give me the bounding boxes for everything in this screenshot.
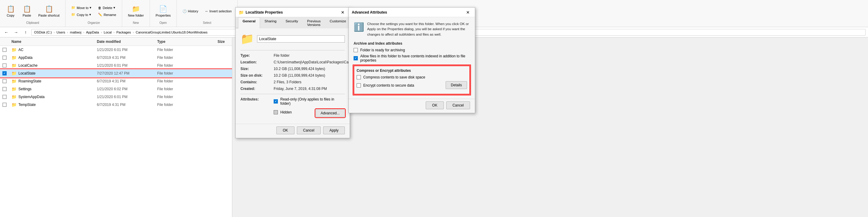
tab-general[interactable]: General bbox=[238, 17, 260, 28]
tab-previous-versions[interactable]: Previous Versions bbox=[303, 17, 325, 28]
ok-button[interactable]: OK bbox=[276, 126, 294, 134]
hidden-checkbox[interactable] bbox=[274, 110, 278, 114]
file-row-roamingstate[interactable]: 📁RoamingState6/7/2019 4:31 PMFile folder bbox=[0, 77, 232, 85]
invert-icon: ↔ bbox=[205, 9, 208, 13]
file-row-appdata[interactable]: 📁AppData6/7/2019 4:31 PMFile folder bbox=[0, 54, 232, 62]
path-segment-6[interactable]: CanonicalGroupLimited.Ubuntu18.04onWindo… bbox=[135, 30, 208, 35]
prop-sizeondisk-row: Size on disk: 10.2 GB (11,008,999,424 by… bbox=[241, 73, 345, 78]
index-checkbox[interactable]: ✓ bbox=[353, 56, 358, 60]
tab-sharing[interactable]: Sharing bbox=[260, 17, 281, 28]
history-button[interactable]: 🕐 History bbox=[180, 8, 201, 14]
archive-section-title: Archive and Index attributes bbox=[353, 41, 470, 45]
back-button[interactable]: ← bbox=[2, 28, 10, 36]
readonly-checkbox[interactable]: ✓ bbox=[274, 99, 278, 103]
row-checkbox-settings[interactable] bbox=[2, 87, 11, 91]
row-checkbox-systemappdata[interactable] bbox=[2, 95, 11, 99]
delete-icon: 🗑 bbox=[98, 6, 101, 10]
advanced-dialog: Advanced Attributes ✕ ℹ️ Choose the sett… bbox=[348, 7, 475, 113]
path-segment-4[interactable]: Local bbox=[103, 30, 112, 35]
row-type-systemappdata: File folder bbox=[157, 95, 199, 99]
properties-close-button[interactable]: ✕ bbox=[339, 8, 347, 16]
file-row-localcache[interactable]: 📁LocalCache1/21/2020 6:01 PMFile folder bbox=[0, 62, 232, 69]
details-button[interactable]: Details bbox=[445, 81, 467, 89]
header-date[interactable]: Date modified bbox=[97, 39, 157, 44]
prop-created-value: Friday, June 7, 2019, 4:31:08 PM bbox=[274, 87, 345, 91]
header-type[interactable]: Type bbox=[157, 39, 199, 44]
ribbon-section-clipboard: 📋 Copy 📋 Paste 📋 Paste shortcut Clipboar… bbox=[0, 0, 65, 27]
ribbon-section-organize: 📁 Move to ▾ 📁 Copy to ▾ 🗑 Delete ▾ ✏️ bbox=[65, 0, 122, 27]
rename-button[interactable]: ✏️ Rename bbox=[95, 11, 119, 18]
row-name-systemappdata: 📁SystemAppData bbox=[11, 94, 97, 99]
row-checkbox-roamingstate[interactable] bbox=[2, 79, 11, 83]
copy-button[interactable]: 📋 Copy bbox=[3, 2, 18, 20]
encrypt-checkbox[interactable] bbox=[356, 83, 361, 88]
tab-security[interactable]: Security bbox=[281, 17, 303, 28]
attributes-row: Attributes: ✓ Read-only (Only applies to… bbox=[241, 97, 345, 117]
row-checkbox-ac[interactable] bbox=[2, 48, 11, 52]
file-row-localstate[interactable]: ✓📁LocalState7/27/2020 12:47 PMFile folde… bbox=[0, 69, 232, 77]
path-segment-2[interactable]: mattwoj bbox=[69, 30, 82, 35]
attributes-label: Attributes: bbox=[241, 97, 274, 117]
row-checkbox-localstate[interactable]: ✓ bbox=[2, 71, 11, 75]
path-segment-0[interactable]: OSDisk (C:) bbox=[33, 30, 53, 35]
advanced-close-button[interactable]: ✕ bbox=[464, 8, 472, 16]
delete-button[interactable]: 🗑 Delete ▾ bbox=[95, 4, 119, 11]
row-date-appdata: 6/7/2019 4:31 PM bbox=[97, 56, 157, 60]
row-date-ac: 1/21/2020 6:01 PM bbox=[97, 48, 157, 52]
path-sep-4: › bbox=[114, 30, 115, 34]
path-segment-1[interactable]: Users bbox=[56, 30, 66, 35]
adv-cancel-button[interactable]: Cancel bbox=[446, 101, 470, 109]
tab-customize[interactable]: Customize bbox=[325, 17, 350, 28]
properties-body: 📁 Type: File folder Location: C:\Users\m… bbox=[236, 28, 350, 124]
organize-col-2: 🗑 Delete ▾ ✏️ Rename bbox=[95, 3, 119, 19]
cancel-button[interactable]: Cancel bbox=[297, 126, 321, 134]
header-name[interactable]: Name bbox=[11, 39, 97, 44]
file-row-ac[interactable]: 📁AC1/21/2020 6:01 PMFile folder bbox=[0, 46, 232, 54]
row-name-settings: 📁Settings bbox=[11, 87, 97, 91]
forward-button[interactable]: → bbox=[12, 28, 20, 36]
new-folder-button[interactable]: 📁 New folder bbox=[125, 2, 147, 20]
file-row-systemappdata[interactable]: 📁SystemAppData1/21/2020 6:01 PMFile fold… bbox=[0, 93, 232, 101]
file-explorer-pane: Name Date modified Type Size 📁AC1/21/202… bbox=[0, 37, 232, 217]
properties-dialog: 📁 LocalState Properties ✕ General Sharin… bbox=[235, 7, 350, 138]
move-to-button[interactable]: 📁 Move to ▾ bbox=[68, 4, 94, 11]
invert-selection-button[interactable]: ↔ Invert selection bbox=[202, 8, 235, 14]
new-section-title: New bbox=[133, 21, 139, 26]
row-checkbox-appdata[interactable] bbox=[2, 56, 11, 60]
paste-label: Paste bbox=[23, 13, 31, 17]
copy-to-button[interactable]: 📁 Copy to ▾ bbox=[68, 11, 94, 18]
prop-contains-label: Contains: bbox=[241, 80, 274, 84]
file-name-text-ac: AC bbox=[19, 48, 24, 52]
prop-sizeondisk-value: 10.2 GB (11,008,999,424 bytes) bbox=[274, 73, 345, 78]
hidden-label: Hidden bbox=[280, 110, 292, 114]
folder-icon-systemappdata: 📁 bbox=[11, 94, 17, 99]
compress-checkbox[interactable] bbox=[356, 75, 361, 80]
path-segment-3[interactable]: AppData bbox=[85, 30, 99, 35]
history-icon: 🕐 bbox=[183, 9, 187, 13]
path-sep-1: › bbox=[67, 30, 68, 34]
prop-location-value: C:\Users\mattwoj\AppData\Local\Packages\… bbox=[274, 60, 357, 64]
file-row-settings[interactable]: 📁Settings1/21/2020 6:02 PMFile folder bbox=[0, 85, 232, 93]
folder-name-input[interactable] bbox=[257, 35, 345, 42]
archive-row: Folder is ready for archiving bbox=[353, 48, 470, 52]
up-button[interactable]: ↑ bbox=[22, 28, 30, 36]
header-size[interactable]: Size bbox=[199, 39, 229, 44]
folder-icon-roamingstate: 📁 bbox=[11, 79, 17, 84]
file-list-header: Name Date modified Type Size bbox=[0, 37, 232, 46]
advanced-button[interactable]: Advanced... bbox=[316, 109, 345, 117]
properties-button[interactable]: 📄 Properties bbox=[153, 2, 174, 20]
file-row-tempstate[interactable]: 📁TempState6/7/2019 4:31 PMFile folder bbox=[0, 101, 232, 108]
row-checkbox-tempstate[interactable] bbox=[2, 103, 11, 107]
move-to-label: Move to bbox=[76, 6, 88, 10]
archive-checkbox[interactable] bbox=[353, 48, 358, 52]
apply-button[interactable]: Apply bbox=[323, 126, 345, 134]
paste-shortcut-button[interactable]: 📋 Paste shortcut bbox=[36, 2, 62, 20]
path-segment-5[interactable]: Packages bbox=[116, 30, 131, 35]
row-name-roamingstate: 📁RoamingState bbox=[11, 79, 97, 84]
row-checkbox-localcache[interactable] bbox=[2, 63, 11, 68]
path-sep-5: › bbox=[133, 30, 134, 34]
folder-icon-ac: 📁 bbox=[11, 48, 17, 52]
paste-button[interactable]: 📋 Paste bbox=[19, 2, 34, 20]
adv-ok-button[interactable]: OK bbox=[426, 101, 443, 109]
prop-created-label: Created: bbox=[241, 87, 274, 91]
